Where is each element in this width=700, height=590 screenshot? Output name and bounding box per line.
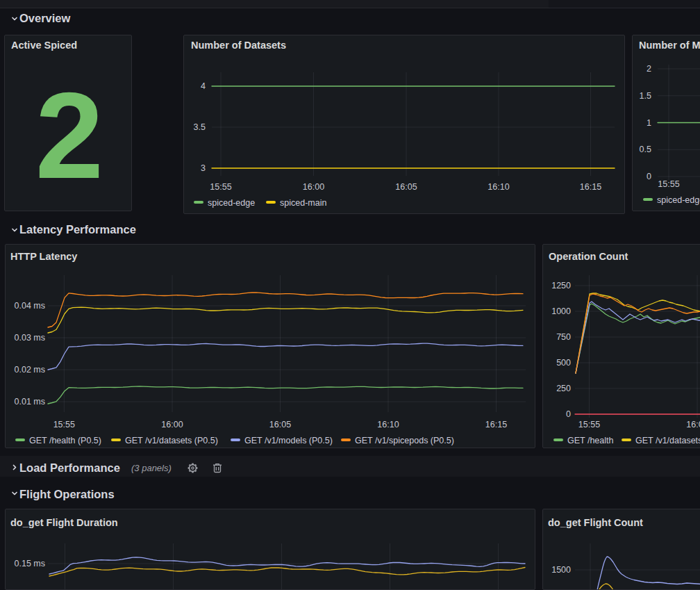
svg-text:0.5: 0.5 (640, 145, 651, 154)
svg-text:GET /v1/spicepods (P0.5): GET /v1/spicepods (P0.5) (355, 436, 454, 445)
svg-text:0.01 ms: 0.01 ms (15, 397, 45, 407)
svg-text:4: 4 (201, 81, 206, 91)
svg-text:16:00: 16:00 (303, 182, 324, 192)
svg-text:0.15 ms: 0.15 ms (15, 559, 45, 568)
svg-text:16:15: 16:15 (485, 420, 507, 429)
svg-text:16:00: 16:00 (161, 420, 183, 429)
svg-text:1500: 1500 (551, 565, 571, 575)
svg-text:1000: 1000 (551, 306, 571, 316)
svg-text:GET /health (P0.5): GET /health (P0.5) (29, 436, 101, 445)
svg-text:0.02 ms: 0.02 ms (15, 365, 45, 375)
svg-text:spiced-edge: spiced-edge (208, 198, 255, 208)
svg-text:2: 2 (647, 64, 651, 74)
svg-text:250: 250 (556, 384, 571, 393)
svg-text:GET /v1/datasets: GET /v1/datasets (635, 436, 700, 445)
svg-text:16:00: 16:00 (686, 420, 700, 429)
svg-text:0.04 ms: 0.04 ms (15, 301, 45, 311)
svg-text:16:05: 16:05 (395, 182, 417, 192)
svg-text:GET /v1/datasets (P0.5): GET /v1/datasets (P0.5) (125, 436, 218, 445)
svg-text:16:10: 16:10 (488, 182, 509, 192)
svg-text:0: 0 (566, 409, 571, 419)
svg-text:1: 1 (647, 118, 651, 128)
svg-text:1250: 1250 (551, 281, 571, 290)
svg-text:3: 3 (201, 163, 206, 173)
svg-text:16:15: 16:15 (580, 182, 601, 192)
svg-text:spiced-main: spiced-main (280, 198, 326, 208)
svg-text:15:55: 15:55 (53, 420, 75, 429)
svg-text:15:55: 15:55 (658, 179, 679, 189)
svg-text:3.5: 3.5 (194, 122, 206, 132)
svg-text:0.03 ms: 0.03 ms (15, 333, 45, 343)
svg-text:15:55: 15:55 (210, 182, 231, 192)
svg-text:16:10: 16:10 (377, 420, 399, 429)
svg-text:0: 0 (647, 172, 651, 181)
svg-text:15:55: 15:55 (578, 420, 600, 429)
svg-text:16:05: 16:05 (269, 420, 291, 429)
svg-text:spiced-edge: spiced-edge (657, 195, 700, 205)
svg-text:500: 500 (556, 358, 571, 368)
svg-text:GET /v1/models (P0.5): GET /v1/models (P0.5) (244, 436, 333, 445)
svg-text:750: 750 (556, 332, 571, 342)
svg-text:GET /health: GET /health (567, 436, 614, 445)
svg-text:1.5: 1.5 (640, 91, 651, 101)
